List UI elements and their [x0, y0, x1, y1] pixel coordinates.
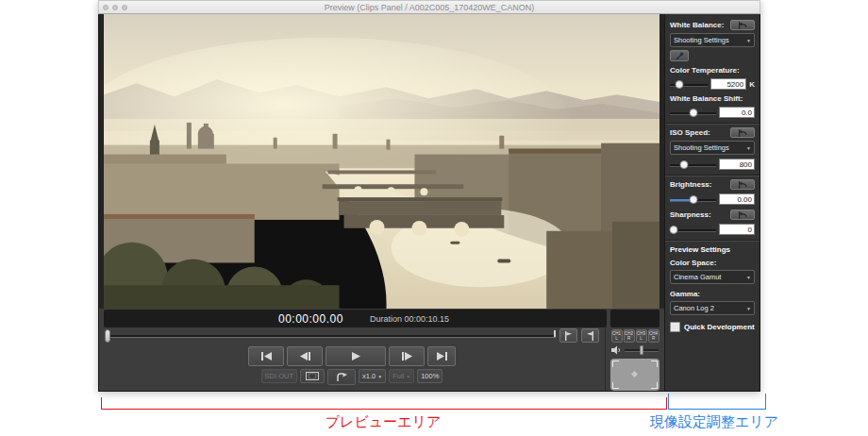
brightness-reset-button[interactable]	[730, 179, 755, 190]
preview-settings-heading: Preview Settings	[670, 245, 755, 254]
color-temperature-slider[interactable]	[670, 80, 708, 89]
window-content: 00:00:00.00 Duration 00:00:10.15	[98, 14, 760, 392]
white-balance-preset-select[interactable]: Shooting Settings ▼	[670, 33, 755, 47]
go-to-start-button[interactable]	[248, 346, 284, 366]
iso-preset-select[interactable]: Shooting Settings ▼	[670, 141, 755, 155]
kelvin-unit-label: K	[749, 80, 755, 89]
reset-arrow-icon	[738, 181, 747, 189]
audio-panel: CH1 L CH2 R CH3 L	[605, 327, 664, 391]
preview-area: 00:00:00.00 Duration 00:00:10.15	[99, 14, 664, 391]
play-button[interactable]	[326, 346, 386, 366]
mark-out-button[interactable]	[581, 328, 599, 343]
chevron-down-icon: ▼	[377, 374, 382, 379]
playhead-handle[interactable]	[105, 329, 110, 343]
white-balance-shift-input[interactable]	[719, 107, 755, 118]
white-balance-shift-slider[interactable]	[670, 109, 716, 117]
white-balance-shift-label: White Balance Shift:	[670, 94, 743, 103]
pad-corner-icon	[612, 382, 619, 389]
white-balance-shift-knob[interactable]	[690, 109, 698, 117]
go-to-start-icon	[260, 352, 273, 361]
iso-reset-button[interactable]	[730, 127, 755, 138]
chevron-down-icon: ▼	[746, 145, 751, 151]
timecode-row: 00:00:00.00 Duration 00:00:10.15	[99, 309, 664, 327]
iso-preset-value: Shooting Settings	[674, 143, 729, 152]
section-divider	[665, 175, 760, 176]
preview-area-bracket	[101, 397, 667, 410]
white-balance-preset-value: Shooting Settings	[674, 36, 729, 44]
duration-label: Duration 00:00:10.15	[370, 314, 449, 324]
loop-playback-button[interactable]	[327, 369, 356, 385]
sharpness-knob[interactable]	[669, 226, 677, 234]
loop-arrow-icon	[336, 373, 348, 382]
volume-row	[611, 345, 659, 355]
quick-development-row: Quick Development	[670, 322, 755, 332]
iso-slider[interactable]	[670, 160, 716, 169]
channel-side: L	[637, 336, 646, 341]
reset-arrow-icon	[738, 129, 747, 137]
timecode-bar: 00:00:00.00 Duration 00:00:10.15	[104, 310, 607, 327]
timeline-seekbar[interactable]	[105, 331, 556, 341]
letterbox-display-button[interactable]	[300, 369, 325, 383]
chevron-down-icon: ▼	[746, 275, 751, 280]
iso-knob[interactable]	[679, 160, 688, 169]
speaker-icon[interactable]	[611, 345, 622, 355]
white-balance-reset-button[interactable]	[730, 20, 755, 30]
color-space-select[interactable]: Cinema Gamut ▼	[670, 270, 755, 284]
sdi-out-button[interactable]: SDI OUT	[261, 369, 297, 383]
develop-area-annotation: 現像設定調整エリア	[573, 413, 856, 431]
brightness-input[interactable]	[719, 193, 755, 205]
color-space-value: Cinema Gamut	[674, 273, 721, 281]
play-icon	[352, 352, 360, 361]
frame-forward-button[interactable]	[389, 346, 425, 366]
iso-input[interactable]	[719, 159, 755, 170]
gamma-select[interactable]: Canon Log 2 ▼	[670, 301, 755, 315]
playback-speed-select[interactable]: x1.0 ▼	[359, 369, 386, 383]
mark-in-button[interactable]	[559, 328, 577, 343]
sharpness-reset-button[interactable]	[730, 210, 755, 220]
color-temperature-input[interactable]	[710, 78, 746, 90]
output-row: SDI OUT	[99, 369, 605, 388]
image-position-pad[interactable]	[610, 359, 659, 391]
frame-back-button[interactable]	[287, 346, 323, 366]
brightness-slider[interactable]	[670, 195, 716, 204]
pad-corner-icon	[651, 382, 658, 389]
preview-window: Preview (Clips Panel / A002C005_170420WE…	[98, 0, 760, 392]
letterbox-icon	[306, 372, 319, 380]
channel-3-button[interactable]: CH3 L	[636, 329, 647, 343]
channel-buttons: CH1 L CH2 R CH3 L	[611, 329, 659, 343]
zoom-100-button[interactable]: 100%	[417, 369, 442, 383]
development-settings-panel: White Balance: Shooting Settings ▼	[664, 14, 760, 391]
channel-2-button[interactable]: CH2 R	[624, 329, 635, 343]
section-divider	[665, 240, 760, 242]
section-divider	[665, 123, 760, 125]
frame-forward-icon	[401, 352, 413, 361]
window-titlebar[interactable]: Preview (Clips Panel / A002C005_170420WE…	[98, 0, 760, 14]
chevron-down-icon: ▼	[406, 374, 410, 379]
volume-slider[interactable]	[625, 345, 659, 355]
color-space-label: Color Space:	[670, 259, 716, 267]
fit-select[interactable]: Full ▼	[389, 369, 414, 383]
flag-in-icon	[564, 331, 573, 341]
go-to-end-button[interactable]	[427, 346, 456, 366]
sharpness-slider[interactable]	[670, 226, 716, 234]
timeline-end-tick	[554, 330, 556, 337]
quick-development-checkbox[interactable]	[670, 322, 680, 332]
sharpness-input[interactable]	[719, 224, 755, 235]
screenshot-canvas: Preview (Clips Panel / A002C005_170420WE…	[0, 0, 868, 436]
white-balance-eyedropper-button[interactable]	[670, 50, 689, 61]
develop-area-bracket	[668, 394, 766, 410]
video-viewport[interactable]	[104, 14, 659, 309]
sdi-out-label: SDI OUT	[265, 372, 293, 380]
color-temperature-knob[interactable]	[675, 80, 683, 89]
pad-corner-icon	[651, 361, 658, 367]
current-timecode: 00:00:00.00	[278, 312, 343, 326]
channel-4-button[interactable]: CH4 R	[648, 329, 659, 343]
sharpness-label: Sharpness:	[670, 210, 711, 219]
volume-handle[interactable]	[640, 345, 643, 355]
reset-arrow-icon	[738, 22, 747, 29]
fit-value: Full	[392, 372, 404, 380]
video-frame-florence-sunset	[104, 14, 659, 309]
channel-side: L	[612, 336, 622, 341]
brightness-knob[interactable]	[689, 195, 697, 204]
channel-1-button[interactable]: CH1 L	[611, 329, 623, 343]
